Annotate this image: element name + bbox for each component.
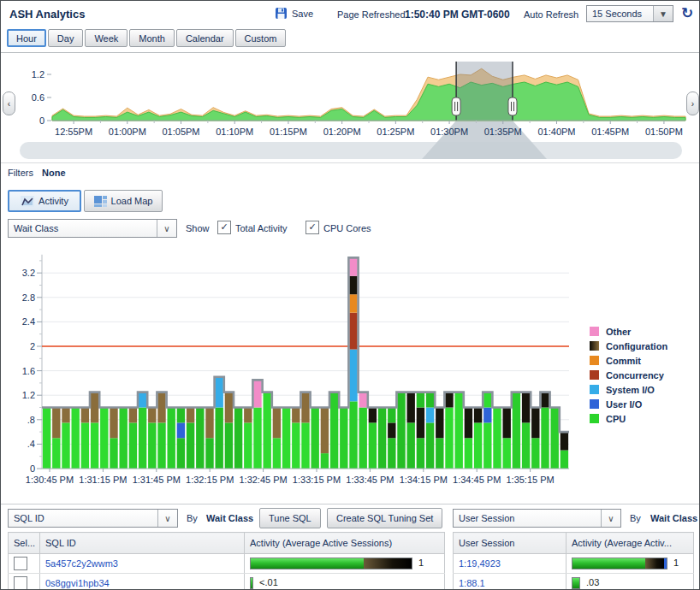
svg-text:01:20PM: 01:20PM [323, 127, 361, 137]
selection-handle-left[interactable] [452, 97, 460, 115]
legend-swatch [590, 370, 599, 380]
legend-item: CPU [590, 411, 667, 426]
legend-item: System I/O [590, 382, 667, 397]
chevron-down-icon: ▼ [653, 6, 673, 21]
legend-label: Other [606, 327, 631, 337]
sql-id-link[interactable]: 5a457c2y2wwm3 [45, 558, 118, 569]
sql-id-link[interactable]: 0s8ggvi1hpb34 [45, 578, 110, 588]
legend-swatch [590, 356, 599, 365]
create-sql-tuning-set-button[interactable]: Create SQL Tuning Set [327, 508, 442, 528]
legend-label: User I/O [606, 399, 642, 410]
table-row: 1:19,4923 1 [454, 554, 694, 574]
activity-bars [43, 257, 568, 469]
chart-legend: OtherConfigurationCommitConcurrencySyste… [590, 324, 667, 426]
refresh-icon[interactable]: ↻ [681, 4, 693, 22]
auto-refresh-label: Auto Refresh [524, 9, 578, 20]
table-row: 1:88.1 .03 [454, 574, 694, 590]
column-header: Activity (Average Active Sessions) [245, 533, 445, 554]
filters-value: None [42, 168, 66, 178]
legend-item: Configuration [590, 339, 667, 353]
chevron-down-icon: ∨ [157, 510, 177, 527]
total-activity-label: Total Activity [235, 223, 288, 233]
activity-bar [572, 558, 667, 569]
selection-handle-right[interactable] [508, 97, 517, 115]
page-refreshed-label: Page Refreshed [337, 9, 406, 20]
auto-refresh-select[interactable]: 15 Seconds ▼ [586, 5, 673, 22]
tab-hour[interactable]: Hour [7, 29, 46, 47]
session-table: User SessionActivity (Average Activ...1:… [453, 532, 694, 590]
by-label-right: By [630, 513, 641, 523]
scroll-right-button[interactable]: › [686, 91, 699, 115]
svg-text:1:35:15 PM: 1:35:15 PM [506, 475, 554, 485]
svg-text:1:31:45 PM: 1:31:45 PM [133, 475, 181, 485]
activity-bar [250, 558, 412, 569]
legend-label: Configuration [606, 341, 667, 351]
svg-text:01:35PM: 01:35PM [484, 127, 522, 137]
legend-swatch [590, 414, 599, 423]
save-icon [275, 7, 288, 20]
load-map-view-button[interactable]: Load Map [84, 190, 163, 212]
column-header: Sel... [9, 533, 40, 554]
user-session-link[interactable]: 1:19,4923 [459, 558, 501, 569]
show-label: Show [186, 223, 210, 233]
tab-week[interactable]: Week [85, 29, 128, 47]
by-value-right: Wait Class [650, 513, 697, 523]
column-header: Activity (Average Activ... [567, 533, 694, 554]
svg-text:01:05PM: 01:05PM [162, 127, 199, 137]
row-select-checkbox[interactable] [14, 576, 27, 590]
svg-text:1.6: 1.6 [22, 366, 35, 376]
save-label: Save [292, 9, 313, 19]
load-map-icon [94, 196, 107, 207]
legend-item: User I/O [590, 397, 667, 411]
tune-sql-button[interactable]: Tune SQL [259, 508, 321, 528]
dimension-select[interactable]: Wait Class ∨ [8, 219, 177, 238]
view-toggle: Activity Load Map [8, 190, 163, 212]
tab-calendar[interactable]: Calendar [176, 29, 234, 47]
svg-text:1:31:15 PM: 1:31:15 PM [79, 475, 127, 485]
svg-text:1:33:45 PM: 1:33:45 PM [346, 475, 394, 485]
cpu-cores-checkbox[interactable]: ✓ [306, 221, 319, 234]
table-row: 5a457c2y2wwm3 1 [9, 554, 445, 574]
save-button[interactable]: Save [275, 7, 313, 20]
tab-month[interactable]: Month [129, 29, 175, 47]
scroll-left-button[interactable]: ‹ [3, 91, 15, 115]
legend-label: System I/O [606, 385, 655, 395]
load-map-view-label: Load Map [111, 196, 153, 206]
sql-dimension-select[interactable]: SQL ID ∨ [8, 509, 178, 528]
time-selection-window[interactable] [456, 62, 513, 121]
page-title: ASH Analytics [9, 8, 85, 21]
legend-swatch [590, 399, 599, 409]
tab-custom[interactable]: Custom [235, 29, 287, 47]
dimension-value: Wait Class [9, 223, 157, 233]
chevron-down-icon: ∨ [157, 220, 176, 237]
svg-text:01:50PM: 01:50PM [645, 127, 683, 137]
svg-text:0.6: 0.6 [32, 92, 44, 103]
activity-bar [572, 577, 580, 589]
session-dimension-select[interactable]: User Session ∨ [453, 509, 621, 528]
sql-table: Sel...SQL IDActivity (Average Active Ses… [8, 532, 445, 590]
legend-item: Commit [590, 353, 667, 368]
svg-text:2.8: 2.8 [22, 292, 35, 303]
table-row: 0s8ggvi1hpb34 <.01 [9, 574, 445, 590]
divider [1, 504, 700, 504]
svg-text:01:00PM: 01:00PM [109, 127, 146, 137]
overview-chart: 00.61.212:55PM01:00PM01:05PM01:10PM01:15… [1, 53, 699, 162]
ash-analytics-page: ASH Analytics Save Page Refreshed 1:50:4… [0, 0, 700, 590]
row-select-checkbox[interactable] [14, 557, 27, 570]
svg-text:01:30PM: 01:30PM [430, 127, 468, 137]
filters-label: Filters [8, 168, 33, 178]
svg-text:12:55PM: 12:55PM [55, 127, 92, 137]
svg-text:01:10PM: 01:10PM [216, 127, 253, 137]
total-activity-checkbox[interactable]: ✓ [217, 221, 231, 234]
svg-text:1:34:15 PM: 1:34:15 PM [400, 475, 448, 485]
activity-bar [250, 577, 253, 589]
activity-view-button[interactable]: Activity [8, 190, 81, 212]
activity-chart-icon [21, 196, 34, 207]
legend-swatch [590, 341, 599, 351]
column-header: SQL ID [40, 533, 245, 554]
tab-day[interactable]: Day [48, 29, 84, 47]
svg-text:0: 0 [39, 115, 44, 126]
legend-label: CPU [606, 414, 626, 424]
user-session-link[interactable]: 1:88.1 [459, 578, 485, 588]
cpu-cores-label: CPU Cores [323, 223, 371, 233]
